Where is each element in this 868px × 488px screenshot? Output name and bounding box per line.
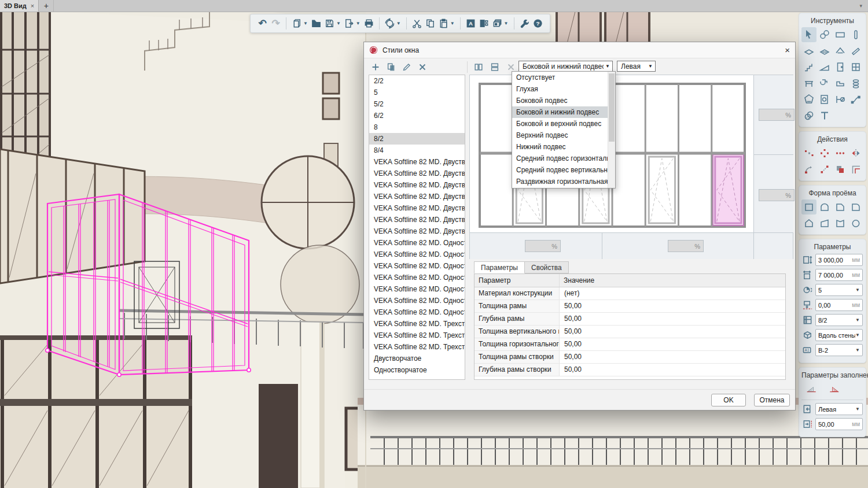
table-row[interactable]: Толщина рамы створки50,00 [475,351,785,364]
placement-select[interactable]: Вдоль стены▼ [815,329,863,341]
toolbar-wrench-button[interactable] [518,16,531,31]
dropdown-item[interactable]: Глухая [512,83,615,95]
tab-параметры[interactable]: Параметры [474,261,525,273]
table-row[interactable]: Глубина рамы створки50,00 [475,364,785,376]
parameter-value-cell[interactable]: 50,00 [560,326,785,338]
split-horizontal-button[interactable] [488,61,502,73]
opening-height-input[interactable]: 3 000,00мм [815,254,863,266]
shape-chamfer-top[interactable] [833,199,848,215]
dropdown-item[interactable]: Боковой подвес [512,95,615,106]
tool-stairs[interactable] [801,60,816,75]
toolbar-export-button[interactable] [343,16,356,31]
toolbar-print-button[interactable] [362,16,376,31]
tool-ramp[interactable] [817,60,832,75]
tool-wall[interactable] [833,27,848,42]
tool-equipment[interactable] [848,76,863,91]
tab-close-icon[interactable]: × [31,2,34,9]
table-row[interactable]: Толщина горизонтального импоста50,00 [475,338,785,351]
tool-dimension[interactable] [833,92,848,107]
shape-sloped-top[interactable] [817,216,832,231]
style-list-item[interactable]: VEKA Softline 82 MD. Двустворчато [369,214,465,225]
style-list-item[interactable]: 8/4 [369,145,465,156]
tool-column[interactable] [848,27,863,42]
toolbar-save-button[interactable] [323,16,336,31]
style-list-item[interactable]: VEKA Softline 82 MD. Трехстворчат [369,341,465,353]
style-list-item[interactable]: VEKA Softline 82 MD. Двустворчато [369,225,465,237]
style-list-item[interactable]: VEKA Softline 82 MD. Двустворчато [369,168,465,179]
toolbar-help-button[interactable]: ? [531,16,545,31]
toolbar-undo-button[interactable]: ↶ [256,16,269,31]
parameter-value-cell[interactable]: 50,00 [560,364,785,376]
parameter-value-cell[interactable]: 50,00 [560,313,785,325]
style-list-item[interactable]: VEKA Softline 82 MD. Одностворчат [369,249,465,260]
action-copy-object[interactable] [833,162,848,177]
opening-type-combobox[interactable]: Боковой и нижний подвес ▼ [518,61,613,72]
dialog-close-icon[interactable]: × [785,46,790,54]
style-list-item[interactable]: VEKA Softline 82 MD. Двустворчато [369,202,465,214]
new-tab-button[interactable]: + [39,0,54,12]
toolbar-orbit-button[interactable] [383,16,396,31]
toolbar-paste-dropdown-caret[interactable]: ▼ [450,21,455,26]
tab-свойства[interactable]: Свойства [524,261,569,273]
add-style-button[interactable] [369,61,382,73]
tab-list-button[interactable]: ▾ [859,3,862,9]
tool-furniture[interactable] [833,76,848,91]
tool-drawing[interactable] [817,92,832,107]
style-list-item[interactable]: 8/2 [369,133,465,145]
cancel-button[interactable]: Отмена [754,394,790,406]
action-move-by-line[interactable] [817,162,832,177]
style-list-item[interactable]: VEKA Softline 82 MD. Трехстворчат [369,330,465,341]
tool-table[interactable] [801,76,816,91]
dropdown-item[interactable]: Средний подвес вертикальный [512,164,615,176]
tool-floor[interactable] [801,43,816,58]
delete-style-button[interactable] [415,61,429,73]
shape-rounded-top[interactable] [848,199,863,215]
style-list-item[interactable]: VEKA Softline 82 MD. Одностворчат [369,237,465,249]
style-list-item[interactable]: VEKA Softline 82 MD. Двустворчато [369,191,465,202]
dropdown-item[interactable]: Боковой и верхний подвес [512,118,615,130]
window-style-select[interactable]: 8/2▼ [815,314,863,326]
style-list-item[interactable]: VEKA Softline 82 MD. Одностворчат [369,295,465,306]
mark-select[interactable]: В-2▼ [815,344,863,356]
style-list-item[interactable]: 6/2 [369,110,465,121]
opening-width-input[interactable]: 7 000,00мм [815,269,863,281]
tool-spline[interactable] [848,92,863,107]
dropdown-item[interactable]: Боковой и нижний подвес [512,106,615,118]
frame-offset-input[interactable]: 50,00мм [815,418,863,430]
action-more-actions[interactable] [833,146,848,161]
tool-slab[interactable] [817,43,832,58]
shape-rectangle[interactable] [801,199,816,215]
toolbar-save-dropdown-caret[interactable]: ▼ [336,21,341,26]
pane-count-select[interactable]: 5▼ [815,284,863,296]
shape-arch-top[interactable] [817,199,832,215]
style-list-item[interactable]: 2/2 [369,75,465,87]
parameter-value-cell[interactable]: (нет) [560,287,785,300]
tool-window[interactable] [848,60,863,75]
toolbar-redo-button[interactable]: ↷ [269,16,282,31]
style-list-item[interactable]: Двустворчатое [369,353,465,364]
shape-trapezoid[interactable] [833,216,848,231]
dropdown-item[interactable]: Верхний подвес [512,130,615,141]
window-style-list[interactable]: 2/255/26/288/28/4VEKA Softline 82 MD. Дв… [369,75,465,380]
toolbar-open-button[interactable] [310,16,323,31]
tool-solid[interactable] [801,92,816,107]
toolbar-cut-button[interactable] [410,16,424,31]
dropdown-item[interactable]: Нижний подвес [512,141,615,153]
style-list-item[interactable]: VEKA Softline 82 MD. Двустворчато [369,156,465,168]
toolbar-orbit-dropdown-caret[interactable]: ▼ [396,21,401,26]
style-list-item[interactable]: 5 [369,87,465,98]
table-row[interactable]: Материал конструкции(нет) [475,287,785,300]
tool-axes[interactable] [817,27,832,42]
style-list-item[interactable]: VEKA Softline 82 MD. Трехстворчат [369,318,465,330]
style-list-item[interactable]: VEKA Softline 82 MD. Одностворчат [369,283,465,295]
shape-gable[interactable] [801,216,816,231]
parameter-value-cell[interactable]: 50,00 [560,351,785,363]
action-mirror[interactable] [848,146,863,161]
toolbar-copy-button[interactable] [424,16,437,31]
row-height-percent-field[interactable]: % [759,109,795,121]
toolbar-object-style-button[interactable] [477,16,491,31]
rename-style-button[interactable] [400,61,414,73]
toolbar-project-dropdown-caret[interactable]: ▼ [303,21,308,26]
row-height-percent-field[interactable]: % [759,189,795,201]
style-list-item[interactable]: VEKA Softline 82 MD. Одностворчат [369,306,465,318]
